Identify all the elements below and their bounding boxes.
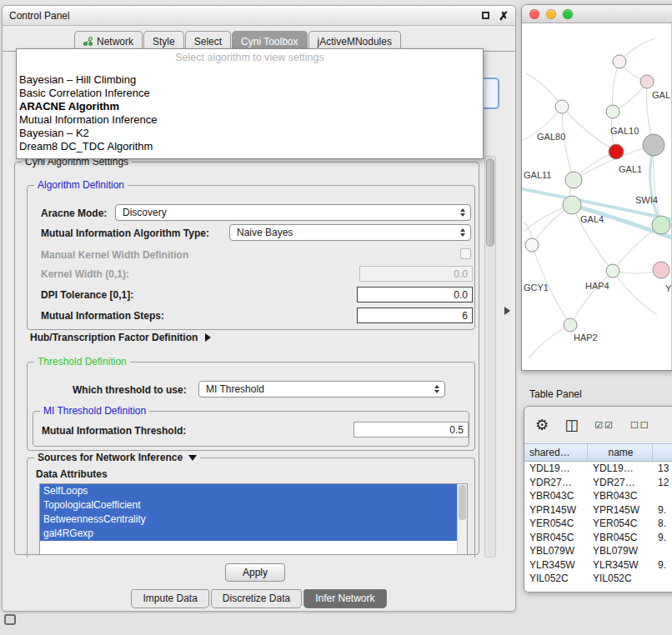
apply-button[interactable]: Apply: [225, 563, 285, 582]
table-toolbar: ⚙ ◫ ☑☑ ☐☐: [524, 407, 672, 443]
table-row[interactable]: YBR045CYBR045C9.: [524, 531, 672, 545]
minimized-panel-icon[interactable]: [4, 614, 16, 625]
expanded-arrow-icon: [188, 455, 197, 461]
mac-zoom-button[interactable]: [563, 9, 573, 19]
table-cell: YBR043C: [588, 489, 653, 503]
mi-threshold-definition-group: MI Threshold Definition Mutual Informati…: [33, 411, 469, 447]
algorithm-option[interactable]: Bayesian – Hill Climbing: [17, 73, 483, 87]
sources-toggle[interactable]: Sources for Network Inference: [34, 452, 200, 463]
network-window-titlebar[interactable]: [522, 5, 672, 23]
manual-kernel-width-checkbox[interactable]: [460, 248, 471, 259]
algorithm-option[interactable]: ARACNE Algorithm: [17, 100, 483, 113]
mi-steps-field[interactable]: 6: [357, 308, 473, 323]
network-node[interactable]: [653, 262, 669, 278]
attribute-item[interactable]: gal4RGexp: [40, 527, 457, 541]
network-node[interactable]: [609, 144, 624, 159]
network-edge-highlighted[interactable]: [650, 145, 661, 225]
control-panel-window: Control Panel ✗ NetworkStyleSelectCyni T…: [2, 5, 516, 612]
table-cell: YLR345W: [524, 558, 588, 572]
table-row[interactable]: YPR145WYPR145W9.: [524, 503, 672, 518]
network-node[interactable]: [640, 75, 654, 88]
data-attributes-list[interactable]: SelfLoopsTopologicalCoefficientBetweenne…: [39, 483, 468, 555]
network-node[interactable]: [525, 238, 539, 252]
network-edge[interactable]: [612, 62, 619, 112]
clear-all-checkboxes-icon[interactable]: ☐☐: [630, 421, 650, 430]
attributes-list-scrollbar[interactable]: [457, 484, 467, 554]
network-edge[interactable]: [529, 325, 570, 358]
table-row[interactable]: YIL052CYIL052C: [524, 572, 672, 586]
table-cell: YER054C: [588, 517, 653, 531]
dpi-tolerance-field[interactable]: 0.0: [357, 287, 473, 302]
bottom-tab-infer-network[interactable]: Infer Network: [303, 589, 386, 608]
network-node-label: GAL4: [580, 214, 604, 224]
table-cell: YER054C: [524, 517, 588, 531]
panel-splitter-arrow-icon[interactable]: [504, 307, 510, 315]
float-window-icon[interactable]: [482, 12, 489, 19]
network-node-label: GAL: [652, 90, 670, 100]
algorithm-popup-placeholder: Select algorithm to view settings: [17, 49, 483, 63]
algorithm-option[interactable]: Mutual Information Inference: [17, 113, 483, 127]
collapsed-arrow-icon: [205, 333, 211, 342]
network-canvas[interactable]: GAL80GAL10GAL11GAL1SWI4GAL4GCY1HAP4HAP2G…: [522, 23, 672, 371]
table-cell: YBR045C: [524, 531, 588, 545]
network-node[interactable]: [565, 172, 582, 188]
algorithm-option[interactable]: Bayesian – K2: [17, 127, 483, 140]
mi-algorithm-type-value: Naive Bayes: [237, 227, 293, 238]
which-threshold-combobox[interactable]: MI Threshold: [198, 381, 445, 398]
mi-algorithm-type-combobox[interactable]: Naive Bayes: [229, 224, 471, 241]
aracne-mode-value: Discovery: [123, 207, 167, 218]
settings-vertical-scrollbar[interactable]: [484, 156, 496, 558]
network-edge[interactable]: [613, 271, 657, 315]
table-cell: 12: [653, 476, 672, 490]
table-cell: YIL052C: [524, 572, 588, 586]
algorithm-popup-items: Bayesian – Hill ClimbingBasic Correlatio…: [17, 73, 483, 153]
which-threshold-label: Which threshold to use:: [73, 384, 187, 396]
network-node[interactable]: [643, 134, 664, 156]
close-window-icon[interactable]: ✗: [499, 10, 509, 22]
attribute-item[interactable]: BetweennessCentrality: [40, 512, 457, 527]
network-node[interactable]: [564, 318, 577, 332]
table-row[interactable]: YDL19…YDL19…13: [524, 462, 672, 476]
attribute-item[interactable]: SelfLoops: [40, 484, 457, 498]
kernel-width-label: Kernel Width (0,1):: [41, 268, 129, 280]
column-header[interactable]: [653, 444, 672, 461]
network-node[interactable]: [563, 196, 581, 214]
algorithm-option[interactable]: Basic Correlation Inference: [17, 87, 483, 100]
mi-threshold-field[interactable]: 0.5: [354, 422, 469, 438]
network-node[interactable]: [652, 216, 670, 234]
table-row[interactable]: YBR043CYBR043C: [524, 489, 672, 503]
column-header[interactable]: name: [588, 444, 653, 461]
network-node[interactable]: [606, 264, 619, 278]
aracne-mode-combobox[interactable]: Discovery: [115, 204, 471, 221]
mac-minimize-button[interactable]: [546, 9, 556, 19]
algorithm-option[interactable]: Dream8 DC_TDC Algorithm: [17, 140, 483, 153]
mi-steps-label: Mutual Information Steps:: [41, 310, 164, 322]
hub-definition-toggle[interactable]: Hub/Transcription Factor Definition: [30, 332, 211, 343]
manual-kernel-width-label: Manual Kernel Width Definition: [41, 249, 188, 261]
settings-scrollbar-thumb[interactable]: [486, 158, 494, 247]
table-row[interactable]: YDR27…YDR27…12: [524, 476, 672, 490]
select-all-checkboxes-icon[interactable]: ☑☑: [594, 421, 614, 430]
network-node[interactable]: [613, 55, 626, 68]
bottom-tab-discretize-data[interactable]: Discretize Data: [211, 589, 302, 608]
column-header[interactable]: shared…: [524, 444, 588, 461]
gear-icon[interactable]: ⚙: [535, 418, 549, 432]
sources-title: Sources for Network Inference: [38, 452, 183, 463]
attribute-item[interactable]: TopologicalCoefficient: [40, 498, 457, 512]
mac-close-button[interactable]: [529, 9, 539, 19]
table-row[interactable]: YLR345WYLR345W9.: [524, 558, 672, 572]
columns-icon[interactable]: ◫: [564, 418, 579, 432]
attributes-scrollbar-thumb[interactable]: [459, 485, 466, 520]
network-node[interactable]: [606, 105, 619, 118]
aracne-mode-label: Aracne Mode:: [41, 208, 107, 219]
table-row[interactable]: YBL079WYBL079W: [524, 544, 672, 558]
network-edge[interactable]: [526, 73, 562, 107]
algorithm-dropdown-popup: Select algorithm to view settings Bayesi…: [16, 48, 484, 159]
bottom-tab-impute-data[interactable]: Impute Data: [131, 589, 208, 608]
network-node-label: SWI4: [635, 195, 658, 205]
network-node[interactable]: [555, 100, 569, 113]
table-row[interactable]: YER054CYER054C8.: [524, 517, 672, 531]
network-node-label: GAL1: [619, 164, 642, 174]
network-edge[interactable]: [570, 271, 613, 325]
mi-threshold-definition-title: MI Threshold Definition: [40, 405, 149, 417]
